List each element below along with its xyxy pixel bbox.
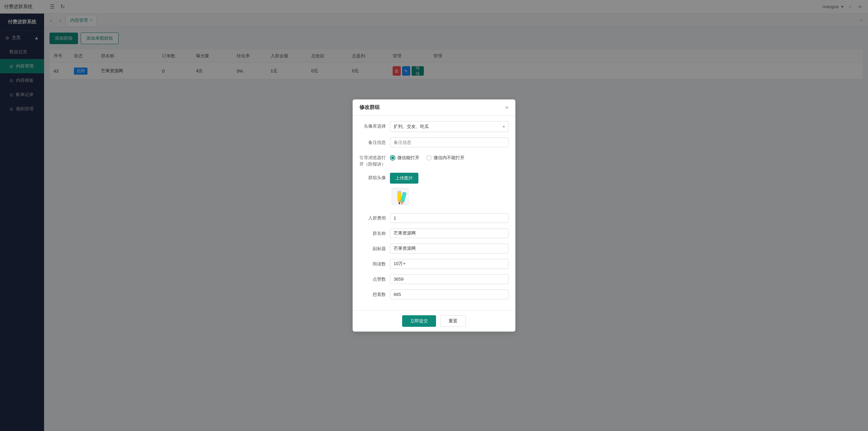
edit-modal: 修改群组 × 头像库选择 扩列、交友、吃瓜 ▾ [353, 99, 515, 331]
read-count-control [390, 259, 509, 269]
radio-label-2: 微信内不能打开 [434, 155, 465, 161]
group-name-input[interactable] [390, 228, 509, 238]
read-count-input[interactable] [390, 259, 509, 269]
submit-button[interactable]: 立即提交 [402, 315, 436, 327]
group-avatar-control: 上传图片 [390, 173, 509, 208]
view-count-row: 想看数 [359, 289, 509, 299]
like-count-input[interactable] [390, 274, 509, 284]
group-name-label: 群名称 [359, 228, 390, 237]
group-name-control [390, 228, 509, 238]
view-count-input[interactable] [390, 289, 509, 299]
radio-dot-1 [390, 155, 395, 161]
modal-title: 修改群组 [359, 104, 380, 111]
app-container: 付费进群系统 ☰ ↻ mangoa ▾ ⤢ ≫ 付费进群系统 ⊙ 主页 [0, 0, 868, 431]
avatar-library-control: 扩列、交友、吃瓜 ▾ [390, 121, 509, 132]
upload-image-button[interactable]: 上传图片 [390, 173, 418, 184]
radio-option2[interactable]: 微信内不能打开 [426, 155, 465, 161]
select-arrow-icon: ▾ [503, 124, 505, 129]
avatar-library-row: 头像库选择 扩列、交友、吃瓜 ▾ [359, 121, 509, 132]
remark-control [390, 137, 509, 147]
read-count-label: 阅读数 [359, 259, 390, 267]
modal-overlay: 修改群组 × 头像库选择 扩列、交友、吃瓜 ▾ [0, 0, 868, 431]
group-avatar-row: 群组头像 上传图片 [359, 173, 509, 208]
browser-open-control: 微信能打开 微信内不能打开 [390, 153, 509, 161]
remark-label: 备注信息 [359, 137, 390, 146]
avatar-library-select-wrapper: 扩列、交友、吃瓜 ▾ [390, 121, 509, 132]
subtitle-label: 副标题 [359, 244, 390, 252]
modal-header: 修改群组 × [353, 99, 515, 116]
modal-footer: 立即提交 重置 [353, 310, 515, 332]
radio-group: 微信能打开 微信内不能打开 [390, 153, 509, 161]
browser-open-label: 引导浏览器打开（防报诉） [359, 153, 390, 167]
subtitle-row: 副标题 [359, 244, 509, 254]
join-fee-input[interactable] [390, 213, 509, 223]
radio-label-1: 微信能打开 [397, 155, 419, 161]
view-count-label: 想看数 [359, 289, 390, 298]
join-fee-control [390, 213, 509, 223]
svg-rect-4 [398, 191, 401, 193]
view-count-control [390, 289, 509, 299]
subtitle-input[interactable] [390, 244, 509, 254]
remark-row: 备注信息 [359, 137, 509, 147]
like-count-row: 点赞数 [359, 274, 509, 284]
reset-button[interactable]: 重置 [440, 315, 466, 327]
avatar-library-value: 扩列、交友、吃瓜 [394, 124, 429, 130]
subtitle-control [390, 244, 509, 254]
modal-close-button[interactable]: × [505, 105, 509, 111]
join-fee-row: 入群费用 [359, 213, 509, 223]
modal-body: 头像库选择 扩列、交友、吃瓜 ▾ 备注信息 [353, 116, 515, 310]
radio-dot-2 [426, 155, 432, 161]
group-name-row: 群名称 [359, 228, 509, 238]
like-count-control [390, 274, 509, 284]
browser-open-row: 引导浏览器打开（防报诉） 微信能打开 微信内不能打开 [359, 153, 509, 167]
like-count-label: 点赞数 [359, 274, 390, 282]
join-fee-label: 入群费用 [359, 213, 390, 221]
avatar-library-label: 头像库选择 [359, 121, 390, 129]
upload-area [390, 186, 509, 208]
group-avatar-label: 群组头像 [359, 173, 390, 181]
pencil-preview-icon [390, 186, 410, 207]
remark-input[interactable] [390, 137, 509, 147]
avatar-library-select[interactable]: 扩列、交友、吃瓜 ▾ [390, 121, 509, 132]
radio-option1[interactable]: 微信能打开 [390, 155, 419, 161]
read-count-row: 阅读数 [359, 259, 509, 269]
